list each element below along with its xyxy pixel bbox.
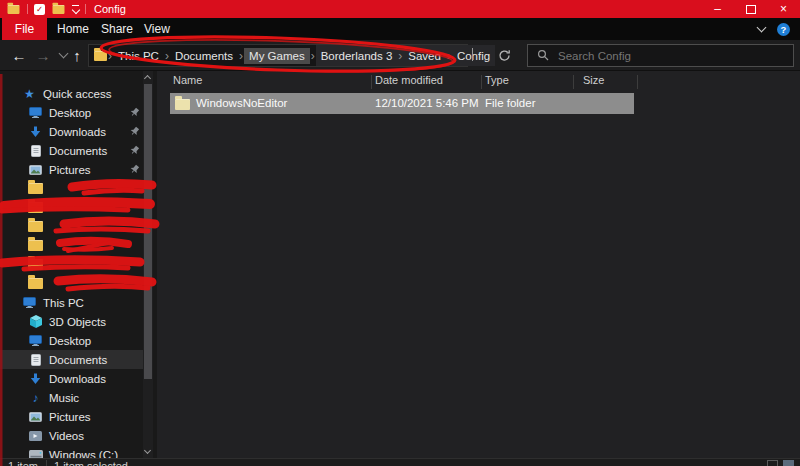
column-header-size[interactable]: Size bbox=[583, 74, 604, 86]
up-icon[interactable]: ↑ bbox=[66, 40, 88, 70]
sidebar-item-music[interactable]: ♪ Music bbox=[0, 388, 143, 407]
this-pc-icon bbox=[22, 297, 37, 308]
column-divider[interactable] bbox=[573, 75, 574, 89]
folder-icon bbox=[28, 221, 43, 232]
column-divider[interactable] bbox=[481, 75, 482, 89]
folder-icon bbox=[28, 259, 43, 270]
pin-icon bbox=[130, 164, 140, 176]
scrollbar-down-icon[interactable] bbox=[144, 447, 151, 454]
address-bar[interactable]: › This PC › Documents › My Games › Borde… bbox=[88, 44, 468, 67]
maximize-button[interactable] bbox=[734, 0, 767, 18]
pictures-icon bbox=[28, 412, 43, 422]
document-icon bbox=[28, 354, 43, 366]
download-icon bbox=[28, 126, 43, 138]
close-button[interactable]: × bbox=[767, 0, 800, 18]
sidebar-item-redacted-1[interactable] bbox=[0, 179, 143, 198]
folder-icon bbox=[28, 183, 43, 194]
sidebar-item-quick-access[interactable]: ★ Quick access bbox=[0, 84, 143, 103]
folder-icon bbox=[175, 99, 190, 110]
folder-icon bbox=[28, 240, 43, 251]
navigation-pane: ★ Quick access Desktop Downloads Documen… bbox=[0, 84, 143, 464]
thumbnails-view-icon[interactable] bbox=[783, 460, 794, 466]
sidebar-item-redacted-4[interactable] bbox=[0, 236, 143, 255]
column-header-type[interactable]: Type bbox=[485, 74, 509, 86]
sidebar-item-pictures[interactable]: Pictures bbox=[0, 160, 143, 179]
details-view-icon[interactable] bbox=[767, 460, 778, 466]
qat-dropdown-icon[interactable] bbox=[72, 5, 79, 14]
address-folder-icon bbox=[94, 51, 107, 61]
main-area: ★ Quick access Desktop Downloads Documen… bbox=[0, 71, 800, 458]
pin-icon bbox=[130, 107, 140, 119]
music-icon: ♪ bbox=[28, 391, 43, 405]
column-divider[interactable] bbox=[371, 75, 372, 89]
folder-icon bbox=[28, 202, 43, 213]
breadcrumb-my-games[interactable]: My Games bbox=[244, 48, 310, 64]
tab-file[interactable]: File bbox=[2, 18, 47, 40]
selection-count: 1 item selected bbox=[54, 460, 128, 466]
sidebar-item-pc-documents[interactable]: Documents bbox=[0, 350, 143, 369]
minimize-button[interactable]: – bbox=[701, 0, 734, 18]
tab-view[interactable]: View bbox=[144, 18, 170, 40]
status-bar: 1 item 1 item selected bbox=[0, 458, 800, 466]
desktop-icon bbox=[28, 335, 43, 346]
ribbon-tab-row: File Home Share View ? bbox=[0, 18, 800, 40]
column-header-name[interactable]: Name bbox=[173, 74, 202, 86]
ribbon-expand-icon[interactable] bbox=[757, 23, 767, 33]
address-dropdown-icon[interactable] bbox=[472, 48, 473, 60]
breadcrumb-saved[interactable]: Saved bbox=[403, 48, 446, 64]
column-header-date-modified[interactable]: Date modified bbox=[375, 74, 443, 86]
sidebar-item-downloads[interactable]: Downloads bbox=[0, 122, 143, 141]
tab-share[interactable]: Share bbox=[101, 18, 133, 40]
breadcrumb-config[interactable]: Config bbox=[452, 48, 495, 64]
new-folder-icon[interactable] bbox=[53, 5, 65, 14]
sidebar-item-pc-pictures[interactable]: Pictures bbox=[0, 407, 143, 426]
sidebar-item-redacted-2[interactable] bbox=[0, 198, 143, 217]
sidebar-scrollbar[interactable] bbox=[143, 71, 153, 458]
download-icon bbox=[28, 373, 43, 385]
search-icon bbox=[537, 49, 549, 63]
videos-icon bbox=[28, 431, 43, 441]
sidebar-item-redacted-6[interactable] bbox=[0, 274, 143, 293]
sidebar-item-redacted-5[interactable] bbox=[0, 255, 143, 274]
search-input[interactable] bbox=[556, 49, 760, 63]
sidebar-item-redacted-3[interactable] bbox=[0, 217, 143, 236]
help-icon[interactable]: ? bbox=[777, 23, 790, 36]
sidebar-item-documents[interactable]: Documents bbox=[0, 141, 143, 160]
desktop-icon bbox=[28, 107, 43, 118]
item-count: 1 item bbox=[8, 460, 38, 466]
file-row-windowsnoeditor[interactable]: WindowsNoEditor 12/10/2021 5:46 PM File … bbox=[170, 93, 634, 114]
search-box[interactable] bbox=[527, 44, 794, 67]
properties-icon[interactable]: ✓ bbox=[34, 4, 45, 15]
scrollbar-up-icon[interactable] bbox=[144, 75, 151, 82]
breadcrumb-borderlands-3[interactable]: Borderlands 3 bbox=[316, 48, 398, 64]
quick-access-toolbar: ✓ Config bbox=[0, 0, 126, 18]
sidebar-item-3d-objects[interactable]: 3D Objects bbox=[0, 312, 143, 331]
maximize-icon bbox=[746, 5, 756, 14]
back-icon[interactable]: ← bbox=[8, 40, 30, 70]
titlebar-divider bbox=[85, 4, 86, 14]
forward-icon[interactable]: → bbox=[32, 40, 54, 70]
status-divider bbox=[46, 460, 47, 466]
title-bar: ✓ Config – × bbox=[0, 0, 800, 18]
caption-buttons: – × bbox=[701, 0, 800, 18]
scrollbar-thumb[interactable] bbox=[144, 84, 152, 379]
folder-icon bbox=[28, 278, 43, 289]
refresh-icon[interactable] bbox=[498, 49, 511, 64]
pin-icon bbox=[130, 145, 140, 157]
ribbon-controls: ? bbox=[758, 18, 790, 40]
pictures-icon bbox=[28, 165, 43, 175]
breadcrumb-this-pc[interactable]: This PC bbox=[113, 48, 164, 64]
sidebar-item-videos[interactable]: Videos bbox=[0, 426, 143, 445]
sidebar-item-pc-desktop[interactable]: Desktop bbox=[0, 331, 143, 350]
sidebar-item-desktop[interactable]: Desktop bbox=[0, 103, 143, 122]
column-divider[interactable] bbox=[637, 75, 638, 89]
tab-home[interactable]: Home bbox=[57, 18, 89, 40]
quick-access-star-icon: ★ bbox=[22, 87, 37, 101]
window-title: Config bbox=[94, 3, 126, 15]
sidebar-item-pc-downloads[interactable]: Downloads bbox=[0, 369, 143, 388]
titlebar-divider bbox=[27, 4, 28, 14]
breadcrumb-documents[interactable]: Documents bbox=[170, 48, 238, 64]
sidebar-item-this-pc[interactable]: This PC bbox=[0, 293, 143, 312]
app-folder-icon bbox=[8, 5, 20, 14]
breadcrumb-tail-group: Borderlands 3 › Saved › Config bbox=[316, 45, 495, 66]
